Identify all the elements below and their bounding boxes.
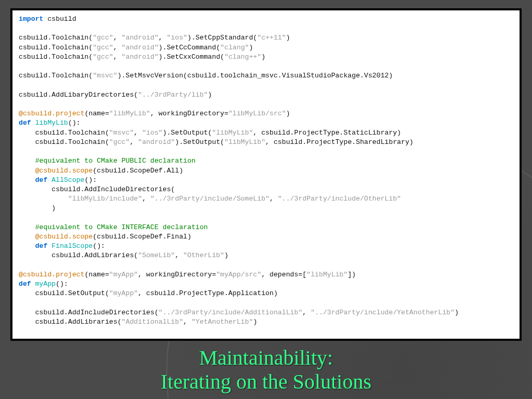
code-panel: import csbuild csbuild.Toolchain("gcc", … [10, 8, 522, 341]
slide-title-line1: Maintainability: [0, 346, 532, 370]
slide-title-wrap: Maintainability: Iterating on the Soluti… [0, 346, 532, 394]
slide-title-line2: Iterating on the Solutions [0, 370, 532, 394]
keyword: import [19, 15, 43, 23]
code-content: import csbuild csbuild.Toolchain("gcc", … [19, 15, 513, 327]
